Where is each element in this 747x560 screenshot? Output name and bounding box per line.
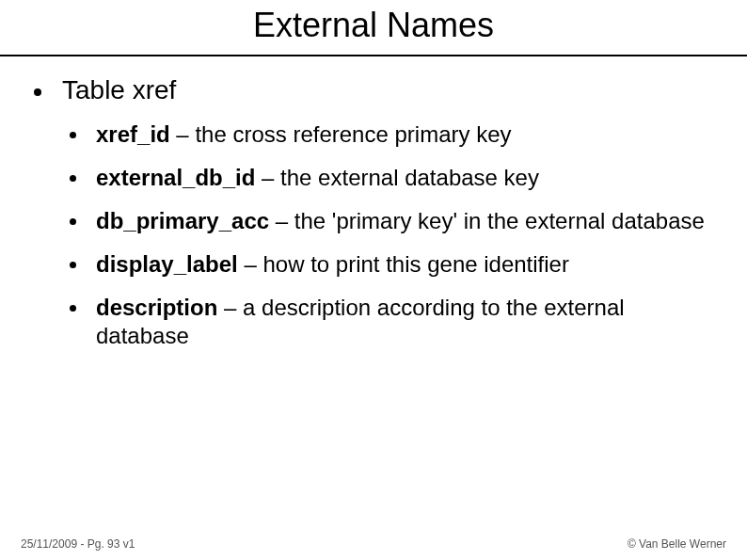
- term-description: – the 'primary key' in the external data…: [269, 208, 705, 233]
- slide-content: Table xref xref_id – the cross reference…: [0, 56, 747, 350]
- list-item: xref_id – the cross reference primary ke…: [62, 120, 719, 149]
- term: description: [96, 295, 217, 320]
- term: display_label: [96, 251, 238, 277]
- term: db_primary_acc: [96, 208, 269, 233]
- slide-footer: 25/11/2009 - Pg. 93 v1 © Van Belle Werne…: [0, 537, 747, 551]
- footer-left: 25/11/2009 - Pg. 93 v1: [21, 537, 135, 551]
- list-item: display_label – how to print this gene i…: [62, 250, 719, 279]
- list-item: description – a description according to…: [62, 294, 719, 350]
- term: xref_id: [96, 121, 170, 147]
- term-description: – how to print this gene identifier: [238, 251, 569, 277]
- slide-title: External Names: [0, 0, 747, 55]
- term-description: – the external database key: [255, 165, 539, 190]
- list-item: Table xref xref_id – the cross reference…: [28, 75, 719, 350]
- section-heading: Table xref: [62, 75, 176, 104]
- list-item: db_primary_acc – the 'primary key' in th…: [62, 207, 719, 235]
- footer-right: © Van Belle Werner: [628, 537, 726, 551]
- term: external_db_id: [96, 165, 255, 190]
- list-item: external_db_id – the external database k…: [62, 164, 719, 192]
- term-description: – the cross reference primary key: [170, 121, 512, 147]
